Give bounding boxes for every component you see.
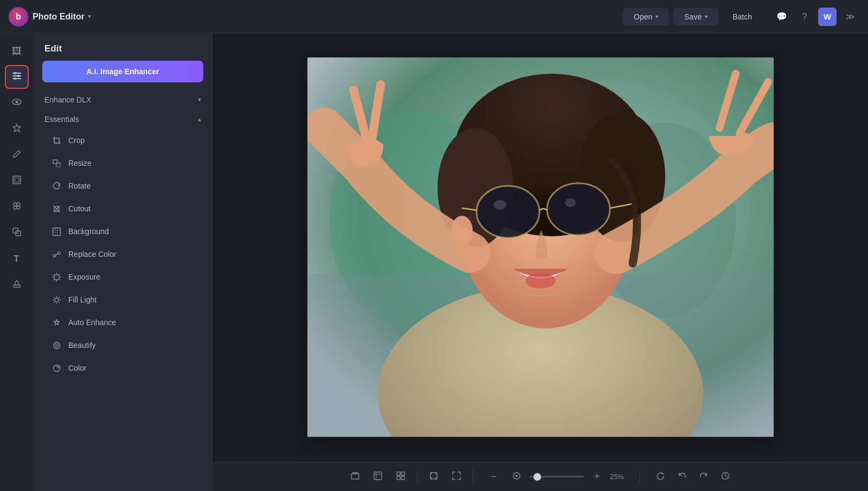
zoom-in-button[interactable]: + bbox=[587, 467, 607, 487]
edit-panel-scroll: Enhance DLX ▾ Essentials ▴ Crop bbox=[34, 90, 212, 491]
menu-item-replace-color[interactable]: Replace Color bbox=[40, 243, 205, 266]
frame-icon bbox=[11, 175, 22, 188]
background-icon bbox=[51, 226, 62, 237]
edit-toggle-button[interactable] bbox=[368, 467, 388, 487]
separator-3 bbox=[639, 470, 640, 483]
menu-item-rotate[interactable]: Rotate bbox=[40, 175, 205, 197]
svg-point-36 bbox=[55, 298, 59, 302]
icon-bar-brush[interactable] bbox=[5, 143, 29, 167]
refresh-button[interactable] bbox=[651, 467, 670, 487]
grid-icon bbox=[396, 471, 406, 483]
menu-item-color[interactable]: Color bbox=[40, 357, 205, 379]
stamp-icon bbox=[11, 279, 22, 292]
exposure-label: Exposure bbox=[68, 273, 100, 281]
fit-view-icon bbox=[429, 471, 439, 483]
icon-bar-effects[interactable] bbox=[5, 117, 29, 141]
zoom-out-button[interactable]: − bbox=[484, 467, 504, 487]
photo-frame bbox=[307, 57, 774, 438]
edit-panel-title: Edit bbox=[34, 34, 212, 61]
beautify-icon bbox=[51, 340, 62, 351]
resize-label: Resize bbox=[68, 159, 92, 167]
svg-line-43 bbox=[59, 297, 59, 298]
layers-toggle-button[interactable] bbox=[345, 467, 365, 487]
comment-button[interactable]: 💬 bbox=[773, 8, 791, 26]
svg-point-69 bbox=[525, 273, 556, 288]
icon-bar-view[interactable] bbox=[5, 91, 29, 115]
icon-bar-text[interactable]: T bbox=[5, 247, 29, 271]
icon-bar-frame[interactable] bbox=[5, 169, 29, 193]
svg-point-7 bbox=[15, 100, 18, 103]
svg-point-47 bbox=[56, 345, 57, 346]
expand-button[interactable]: ≫ bbox=[841, 8, 859, 26]
essentials-arrow: ▴ bbox=[198, 115, 201, 123]
menu-item-beautify[interactable]: Beautify bbox=[40, 334, 205, 357]
icon-bar-overlay[interactable] bbox=[5, 221, 29, 245]
open-button[interactable]: Open ▾ bbox=[623, 8, 669, 25]
menu-item-exposure[interactable]: Exposure bbox=[40, 266, 205, 288]
zoom-controls: − + 25% bbox=[484, 467, 628, 487]
menu-item-cutout[interactable]: Cutout bbox=[40, 197, 205, 220]
icon-bar-stamp[interactable] bbox=[5, 273, 29, 297]
menu-item-resize[interactable]: Resize bbox=[40, 152, 205, 175]
menu-item-background[interactable]: Background bbox=[40, 220, 205, 243]
overlay-icon bbox=[11, 227, 22, 240]
cutout-label: Cutout bbox=[68, 204, 91, 213]
svg-rect-81 bbox=[401, 476, 404, 480]
layers-toggle-icon bbox=[350, 471, 360, 483]
undo-button[interactable] bbox=[672, 467, 692, 487]
cutout-icon bbox=[51, 203, 62, 214]
svg-rect-24 bbox=[53, 228, 60, 235]
history-controls bbox=[651, 467, 735, 487]
replace-color-icon bbox=[51, 249, 62, 260]
svg-point-84 bbox=[516, 475, 518, 477]
menu-item-crop[interactable]: Crop bbox=[40, 129, 205, 152]
zoom-circle-icon bbox=[512, 471, 522, 483]
fit-view-button[interactable] bbox=[424, 467, 443, 487]
history-button[interactable] bbox=[716, 467, 735, 487]
save-label: Save bbox=[684, 12, 702, 21]
ai-enhancer-button[interactable]: A.I. Image Enhancer bbox=[42, 61, 203, 82]
app-title-button[interactable]: Photo Editor ▾ bbox=[33, 12, 91, 22]
enhance-dlx-section-header[interactable]: Enhance DLX ▾ bbox=[36, 90, 210, 109]
topbar-action-icons: 💬 ? W ≫ bbox=[773, 8, 859, 26]
fullfit-button[interactable] bbox=[447, 467, 466, 487]
zoom-out-icon: − bbox=[491, 471, 497, 482]
svg-line-32 bbox=[54, 274, 54, 275]
zoom-reset-button[interactable] bbox=[507, 467, 526, 487]
fill-light-label: Fill Light bbox=[68, 295, 97, 304]
user-initial: W bbox=[824, 12, 831, 21]
icon-bar-photo[interactable]: 🖼 bbox=[5, 39, 29, 63]
replace-color-label: Replace Color bbox=[68, 250, 117, 259]
effects-icon bbox=[11, 122, 22, 136]
help-button[interactable]: ? bbox=[795, 8, 814, 26]
redo-button[interactable] bbox=[694, 467, 713, 487]
grid-button[interactable] bbox=[391, 467, 410, 487]
svg-rect-19 bbox=[53, 160, 57, 164]
text-icon: T bbox=[14, 254, 20, 264]
svg-rect-17 bbox=[14, 285, 20, 287]
separator-1 bbox=[417, 470, 417, 483]
menu-item-fill-light[interactable]: Fill Light bbox=[40, 288, 205, 311]
svg-line-44 bbox=[54, 302, 54, 302]
zoom-slider[interactable] bbox=[530, 476, 584, 477]
svg-point-27 bbox=[54, 274, 59, 280]
menu-item-auto-enhance[interactable]: Auto Enhance bbox=[40, 311, 205, 334]
svg-rect-78 bbox=[397, 472, 400, 475]
eye-icon bbox=[11, 96, 22, 110]
svg-line-35 bbox=[54, 280, 54, 280]
batch-button[interactable]: Batch bbox=[723, 8, 762, 25]
svg-rect-10 bbox=[15, 178, 19, 182]
logo-letter: b bbox=[16, 12, 21, 22]
svg-rect-75 bbox=[374, 472, 382, 480]
icon-bar-layers[interactable] bbox=[5, 195, 29, 219]
enhance-dlx-label: Enhance DLX bbox=[44, 95, 91, 104]
zoom-percentage: 25% bbox=[610, 473, 628, 481]
save-button[interactable]: Save ▾ bbox=[673, 8, 718, 25]
resize-icon bbox=[51, 158, 62, 169]
undo-icon bbox=[677, 471, 687, 483]
essentials-section-header[interactable]: Essentials ▴ bbox=[36, 109, 210, 129]
fullfit-icon bbox=[452, 471, 461, 483]
icon-bar-adjust[interactable] bbox=[5, 65, 29, 89]
crop-label: Crop bbox=[68, 136, 85, 145]
user-menu-button[interactable]: W bbox=[818, 8, 837, 26]
